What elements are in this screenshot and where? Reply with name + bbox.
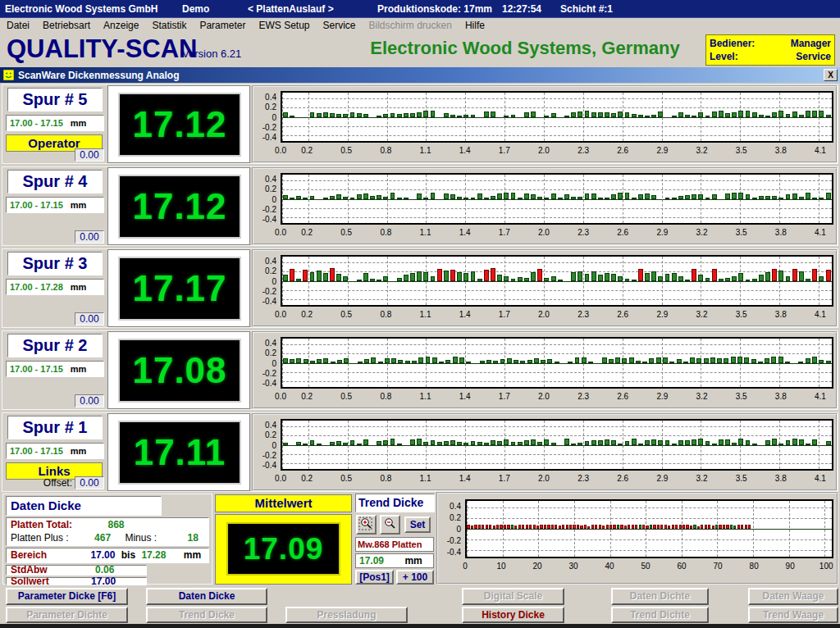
- offset-field[interactable]: 0.00: [75, 230, 104, 243]
- trend-panel-title: Trend Dicke: [355, 494, 435, 512]
- parameter-dichte-button[interactable]: Parameter Dichte: [6, 607, 128, 623]
- offset-field[interactable]: 0.00: [75, 148, 104, 162]
- company-name: Electronic Wood Systems GmbH: [5, 3, 158, 15]
- mittelwert-title: Mittelwert: [215, 494, 352, 512]
- menu-bildschirm-drucken[interactable]: Bildschirm drucken: [363, 19, 459, 32]
- operator-label: Bediener:: [710, 37, 755, 50]
- track-info: Spur # 4 17.00 - 17.15mm 0.00: [4, 167, 106, 245]
- history-dicke-button[interactable]: History Dicke: [462, 607, 564, 623]
- digital-display-panel: 17.12: [107, 85, 250, 163]
- system-titlebar: Electronic Wood Systems GmbH Demo < Plat…: [0, 0, 840, 18]
- offset-field[interactable]: 0.00: [75, 312, 104, 325]
- platten-counts: Platten Total: 868 Platten Plus : 467 Mi…: [6, 517, 209, 546]
- parameter-dicke-button[interactable]: Parameter Dicke [F6]: [6, 588, 128, 605]
- app-version: Version 6.21: [182, 48, 241, 60]
- trend-waage-button[interactable]: Trend Waage: [748, 607, 838, 623]
- mittelwert-panel: Mittelwert 17.09: [215, 494, 352, 585]
- track-row-spur-1: Spur # 1 17.00 - 17.15mm Links Offset:0.…: [2, 412, 838, 492]
- track-info: Spur # 2 17.00 - 17.15mm 0.00: [4, 331, 106, 409]
- platten-total-value: 868: [107, 519, 124, 530]
- track-row-spur-5: Spur # 5 17.00 - 17.15mm Operator 0.00 1…: [2, 84, 838, 164]
- chart-plot-area: [281, 173, 833, 225]
- bereich-row: Bereich 17.00 bis 17.28 mm: [6, 548, 209, 563]
- zoom-in-magnifier-icon: [358, 517, 374, 531]
- stdabw-value: 0.06: [95, 564, 114, 576]
- menu-statistik[interactable]: Statistik: [145, 19, 193, 32]
- chart-x-axis: 0.00.20.50.81.11.41.72.02.32.62.93.23.53…: [281, 146, 833, 157]
- trend-mean-value: 17.09: [359, 555, 384, 567]
- stdabw-row: StdAbw 0.06: [6, 565, 147, 576]
- platten-plus-value: 467: [94, 532, 111, 544]
- zoom-in-button[interactable]: [356, 515, 377, 535]
- menu-hilfe[interactable]: Hilfe: [459, 19, 491, 32]
- menu-ews-setup[interactable]: EWS Setup: [252, 19, 316, 32]
- track-info: Spur # 5 17.00 - 17.15mm Operator 0.00: [4, 85, 106, 163]
- operator-level-box: Bediener: Manager Level: Service: [705, 34, 835, 66]
- deviation-chart-spur-1: 0.40.20-0.2-0.4 0.00.20.50.81.11.41.72.0…: [252, 413, 838, 491]
- menu-betriebsart[interactable]: Betriebsart: [36, 19, 97, 32]
- thickness-display: 17.11: [120, 422, 240, 483]
- menu-parameter[interactable]: Parameter: [193, 19, 252, 32]
- chart-y-axis: 0.40.20-0.2-0.4: [253, 337, 279, 389]
- offset-label: Offset:: [43, 477, 72, 489]
- pos1-button[interactable]: [Pos1]: [355, 570, 394, 585]
- tolerance-range: 17.00 - 17.15mm: [6, 443, 104, 459]
- window-bottom-edge: [0, 624, 840, 628]
- station-label: < PlattenAuslauf >: [248, 3, 334, 15]
- digital-display-panel: 17.08: [107, 331, 250, 409]
- tolerance-range: 17.00 - 17.15mm: [6, 197, 104, 213]
- window-titlebar[interactable]: ScanWare Dickenmessung Analog X: [0, 67, 840, 83]
- chart-y-axis: 0.40.20-0.2-0.4: [253, 91, 279, 143]
- digital-display-panel: 17.11: [107, 413, 250, 491]
- trend-dicke-button[interactable]: Trend Dicke: [146, 607, 267, 623]
- tolerance-range: 17.00 - 17.15mm: [6, 115, 104, 131]
- menu-datei[interactable]: Datei: [0, 19, 36, 32]
- trend-mean-value-row: 17.09 mm: [355, 553, 434, 568]
- offset-field[interactable]: 0.00: [75, 394, 104, 407]
- level-label: Level:: [710, 50, 738, 63]
- sollwert-row: Sollwert 17.00: [6, 577, 147, 585]
- thickness-display: 17.08: [120, 340, 240, 401]
- track-name: Spur # 5: [7, 88, 103, 111]
- production-code: Produktionskode: 17mm: [377, 3, 492, 15]
- daten-dicke-button[interactable]: Daten Dicke: [146, 588, 267, 605]
- chart-plot-area: [465, 499, 833, 558]
- digital-scale-button[interactable]: Digital Scale: [462, 588, 564, 605]
- chart-plot-area: [281, 255, 833, 307]
- window-title: ScanWare Dickenmessung Analog: [18, 70, 180, 81]
- chart-x-axis: 0.00.20.50.81.11.41.72.02.32.62.93.23.53…: [281, 474, 833, 485]
- track-name: Spur # 1: [7, 416, 103, 439]
- plus-100-button[interactable]: + 100: [396, 570, 434, 585]
- app-header: QUALITY-SCAN Version 6.21 Electronic Woo…: [0, 33, 840, 67]
- trend-dichte-button[interactable]: Trend Dichte: [611, 607, 709, 623]
- close-icon[interactable]: X: [824, 69, 838, 81]
- pressladung-button[interactable]: Pressladung: [285, 607, 408, 623]
- track-name: Spur # 2: [7, 334, 103, 357]
- track-row-spur-2: Spur # 2 17.00 - 17.15mm 0.00 17.08 0.40…: [2, 330, 838, 410]
- track-name: Spur # 3: [7, 252, 103, 275]
- platten-minus-value: 18: [187, 532, 198, 544]
- chart-y-axis: 0.40.20-0.2-0.4: [253, 255, 279, 307]
- stats-panel-title: Daten Dicke: [6, 496, 162, 516]
- thickness-display: 17.12: [120, 94, 240, 155]
- daten-dichte-button[interactable]: Daten Dichte: [611, 588, 709, 605]
- menu-anzeige[interactable]: Anzeige: [97, 19, 145, 32]
- bereich-to: 17.28: [141, 549, 166, 561]
- zoom-out-button[interactable]: [380, 515, 400, 535]
- sollwert-value: 17.00: [91, 576, 116, 587]
- daten-waage-button[interactable]: Daten Waage: [748, 588, 838, 605]
- track-row-spur-3: Spur # 3 17.00 - 17.28mm 0.00 17.17 0.40…: [2, 248, 838, 328]
- offset-field[interactable]: 0.00: [75, 476, 104, 489]
- chart-y-axis: 0.40.20-0.2-0.4: [438, 499, 463, 558]
- set-button[interactable]: Set: [404, 517, 431, 533]
- digital-display-panel: 17.12: [107, 167, 250, 245]
- tolerance-range: 17.00 - 17.28mm: [6, 279, 104, 295]
- trend-dicke-panel: Trend Dicke Set Mw.868 Platten 17.09 mm …: [355, 494, 435, 585]
- chart-plot-area: [281, 337, 833, 389]
- chart-plot-area: [281, 419, 833, 471]
- tolerance-range: 17.00 - 17.15mm: [6, 361, 104, 377]
- chart-y-axis: 0.40.20-0.2-0.4: [253, 173, 279, 225]
- chart-y-axis: 0.40.20-0.2-0.4: [253, 419, 279, 471]
- menu-service[interactable]: Service: [317, 19, 363, 32]
- chart-x-axis: 0.00.20.50.81.11.41.72.02.32.62.93.23.53…: [281, 392, 833, 403]
